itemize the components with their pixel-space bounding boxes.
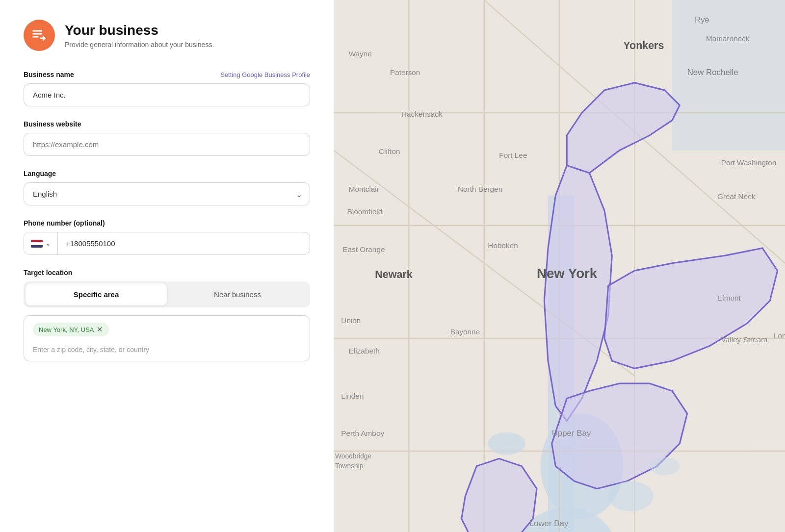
map-label-hackensack: Hackensack xyxy=(401,110,443,118)
map-label-rye: Rye xyxy=(695,15,709,25)
map-label-greatneck: Great Neck xyxy=(717,192,756,201)
logo-icon xyxy=(30,26,48,44)
language-header: Language xyxy=(24,170,310,177)
map-label-township: Township xyxy=(335,462,364,470)
page-header: Your business Provide general informatio… xyxy=(24,20,310,51)
map-label-woodbridge: Woodbridge xyxy=(335,453,371,460)
target-location-section: Target location Specific area Near busin… xyxy=(24,269,310,361)
map-label-portwashington: Port Washington xyxy=(721,158,777,167)
chevron-down-icon: ⌄ xyxy=(46,240,51,247)
business-website-section: Business website xyxy=(24,120,310,156)
left-panel: Your business Provide general informatio… xyxy=(0,0,334,532)
business-website-header: Business website xyxy=(24,120,310,128)
google-profile-link[interactable]: Setting Google Business Profile xyxy=(220,71,310,78)
svg-point-16 xyxy=(608,481,654,511)
map-label-newyork: New York xyxy=(537,266,598,281)
language-label: Language xyxy=(24,170,56,177)
phone-input-row: ⌄ xyxy=(24,232,310,255)
svg-point-17 xyxy=(650,457,680,475)
business-website-label: Business website xyxy=(24,120,81,128)
map-label-newrochelle: New Rochelle xyxy=(687,68,738,77)
location-toggle-tabs: Specific area Near business xyxy=(24,281,310,307)
map-label-valleystream: Valley Stream xyxy=(721,335,767,344)
country-code-selector[interactable]: ⌄ xyxy=(24,232,58,254)
map-label-montclair: Montclair xyxy=(349,185,379,193)
app-logo xyxy=(24,20,55,51)
business-name-section: Business name Setting Google Business Pr… xyxy=(24,71,310,106)
language-section: Language English Spanish French German ⌄ xyxy=(24,170,310,205)
business-name-input[interactable] xyxy=(24,83,310,106)
map-label-fortlee: Fort Lee xyxy=(499,151,527,159)
map-label-eastorange: East Orange xyxy=(342,245,385,253)
map-panel: Rye Mamaroneck Wayne Paterson Yonkers Ne… xyxy=(334,0,785,532)
location-input-placeholder: Enter a zip code, city, state, or countr… xyxy=(33,346,149,354)
location-input-box[interactable]: New York, NY, USA ✕ Enter a zip code, ci… xyxy=(24,315,310,361)
us-flag-icon xyxy=(31,240,43,248)
map-label-lowerbay: Lower Bay xyxy=(529,519,569,528)
map-label-elmont: Elmont xyxy=(717,294,741,302)
map-label-northbergen: North Bergen xyxy=(458,185,502,193)
map-label-yonkers: Yonkers xyxy=(623,40,664,51)
page-title: Your business xyxy=(65,22,214,39)
header-text: Your business Provide general informatio… xyxy=(65,22,214,49)
map-container: Rye Mamaroneck Wayne Paterson Yonkers Ne… xyxy=(334,0,785,532)
business-name-header: Business name Setting Google Business Pr… xyxy=(24,71,310,78)
map-label-mamaroneck: Mamaroneck xyxy=(706,34,750,43)
map-label-elizabeth: Elizabeth xyxy=(349,347,380,355)
tab-near-business[interactable]: Near business xyxy=(167,283,308,305)
map-label-longi: Long I. xyxy=(774,331,785,340)
location-tag-text: New York, NY, USA xyxy=(39,326,94,333)
tab-specific-area[interactable]: Specific area xyxy=(26,283,167,305)
map-label-perthamboy: Perth Amboy xyxy=(341,429,384,437)
remove-location-tag-button[interactable]: ✕ xyxy=(97,325,103,334)
phone-number-label: Phone number (optional) xyxy=(24,219,105,227)
language-select[interactable]: English Spanish French German xyxy=(24,182,310,205)
svg-point-15 xyxy=(488,432,525,455)
map-label-paterson: Paterson xyxy=(390,68,420,76)
location-tag-new-york: New York, NY, USA ✕ xyxy=(33,323,109,336)
target-location-header: Target location xyxy=(24,269,310,277)
map-label-newark: Newark xyxy=(375,269,412,280)
map-label-hoboken: Hoboken xyxy=(488,241,518,250)
language-select-wrapper: English Spanish French German ⌄ xyxy=(24,182,310,205)
map-label-wayne: Wayne xyxy=(349,50,372,58)
location-tags-row: New York, NY, USA ✕ xyxy=(33,323,301,341)
map-label-bayonne: Bayonne xyxy=(450,328,480,336)
business-website-input[interactable] xyxy=(24,133,310,156)
map-label-clifton: Clifton xyxy=(379,147,400,155)
phone-number-section: Phone number (optional) ⌄ xyxy=(24,219,310,255)
map-label-upperbay: Upper Bay xyxy=(552,429,591,438)
business-name-label: Business name xyxy=(24,71,74,78)
page-subtitle: Provide general information about your b… xyxy=(65,41,214,49)
map-label-bloomfield: Bloomfield xyxy=(347,207,383,216)
phone-number-input[interactable] xyxy=(58,232,310,254)
map-label-linden: Linden xyxy=(341,392,364,400)
map-label-union: Union xyxy=(341,316,361,325)
target-location-label: Target location xyxy=(24,269,72,277)
map-svg: Rye Mamaroneck Wayne Paterson Yonkers Ne… xyxy=(334,0,785,532)
phone-number-header: Phone number (optional) xyxy=(24,219,310,227)
